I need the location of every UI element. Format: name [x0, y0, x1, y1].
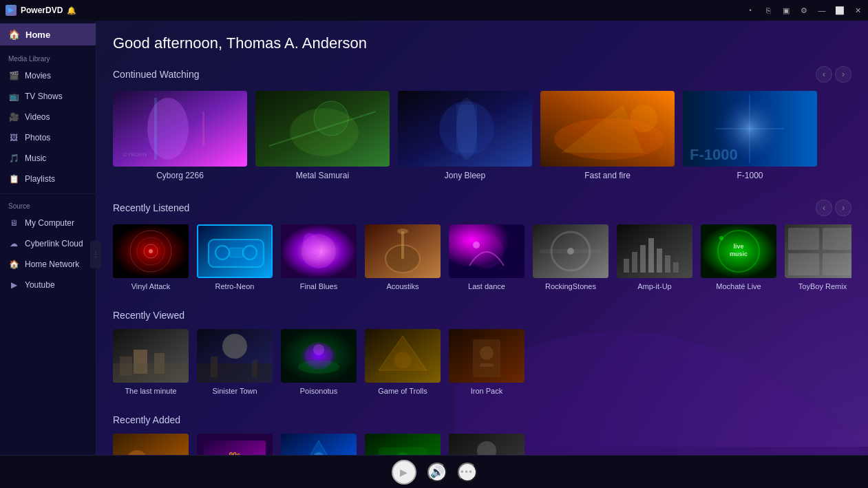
computer-icon: 🖥 [8, 218, 19, 229]
label-f1000: F-1000 [737, 171, 763, 180]
svg-rect-76 [197, 363, 273, 383]
thumb-finalblues [281, 224, 357, 278]
media-card-vinyl[interactable]: Vinyl Attack [113, 224, 189, 290]
label-metal: Metal Samurai [296, 171, 349, 180]
svg-point-59 [719, 236, 723, 240]
recently-listened-next[interactable]: › [835, 200, 851, 216]
sidebar-item-home-network[interactable]: 🏠 Home Network [0, 254, 96, 275]
music-icon: 🎵 [8, 153, 19, 164]
label-poison: Poisonotus [300, 387, 337, 395]
sidebar-item-tv-shows[interactable]: 📺 TV Shows [0, 86, 96, 107]
media-card-toyboy[interactable]: ToyBoy Remix [785, 224, 851, 290]
svg-point-82 [313, 344, 324, 355]
media-card-retro[interactable]: Retro-Neon [197, 224, 273, 290]
media-card-game[interactable]: Game of Trolls [365, 329, 441, 395]
sidebar-item-photos[interactable]: 🖼 Photos [0, 127, 96, 148]
media-card-fast[interactable]: Fast and fire [540, 91, 675, 180]
thumb-retro [197, 224, 273, 278]
svg-text:CYBORG: CYBORG [123, 151, 147, 158]
svg-rect-61 [788, 228, 819, 250]
continued-watching-next[interactable]: › [835, 66, 851, 83]
svg-rect-38 [401, 231, 404, 259]
media-card-iron[interactable]: Iron Pack [449, 329, 525, 395]
cloud-icon: ☁ [8, 238, 19, 249]
media-card-mochate[interactable]: live music Mochaté Live [701, 224, 776, 290]
photos-label: Photos [25, 133, 50, 142]
thumb-iron [449, 329, 525, 383]
continued-watching-header: Continued Watching ‹ › [113, 66, 851, 83]
recently-listened-section: Recently Listened ‹ › [113, 200, 851, 290]
more-button[interactable]: ••• [458, 463, 477, 482]
sidebar-item-music[interactable]: 🎵 Music [0, 148, 96, 169]
videos-label: Videos [25, 112, 50, 122]
svg-rect-3 [154, 98, 157, 160]
svg-point-42 [473, 242, 480, 248]
recently-added-header: Recently Added [113, 414, 851, 425]
svg-rect-4 [202, 112, 204, 146]
sidebar-item-movies[interactable]: 🎬 Movies [0, 65, 96, 86]
thumb-metal [255, 91, 390, 167]
settings-icon[interactable]: • [745, 6, 755, 15]
sidebar-collapse-button[interactable]: ⋮ [90, 241, 101, 268]
media-card-rocking[interactable]: RockingStones [533, 224, 608, 290]
svg-rect-62 [823, 228, 851, 250]
label-cyborg: Cyborg 2266 [156, 171, 204, 180]
label-toyboy: ToyBoy Remix [798, 282, 847, 290]
svg-rect-51 [648, 238, 654, 273]
thumb-acoustiks [365, 224, 441, 278]
play-button[interactable]: ▶ [392, 460, 416, 485]
home-label: Home [25, 30, 50, 40]
thumb-poison [281, 329, 357, 383]
volume-button[interactable]: 🔊 [427, 463, 447, 482]
media-card-f1000[interactable]: F-1000 F-1000 [683, 91, 817, 180]
media-card-poison[interactable]: Poisonotus [281, 329, 357, 395]
maximize-button[interactable]: ⬜ [835, 6, 845, 15]
media-card-acoustiks[interactable]: Acoustiks [365, 224, 441, 290]
recently-listened-nav: ‹ › [816, 200, 851, 216]
label-retro: Retro-Neon [215, 282, 255, 290]
media-card-ampit[interactable]: Amp-it-Up [617, 224, 692, 290]
thumb-game [365, 329, 441, 383]
sidebar: 🏠 Home Media Library 🎬 Movies 📺 TV Shows… [0, 21, 96, 488]
media-card-sinister[interactable]: Sinister Town [197, 329, 273, 395]
thumb-rocking [533, 224, 608, 278]
label-finalblues: Final Blues [300, 282, 337, 290]
thumb-jony [398, 91, 532, 167]
continued-watching-nav: ‹ › [816, 66, 851, 83]
minimize-button[interactable]: — [817, 6, 827, 15]
media-card-lastdance[interactable]: Last dance [449, 224, 525, 290]
close-button[interactable]: ✕ [853, 6, 862, 15]
recently-listened-prev[interactable]: ‹ [816, 200, 832, 216]
svg-rect-50 [640, 245, 646, 273]
home-network-label: Home Network [25, 259, 79, 269]
continued-watching-prev[interactable]: ‹ [816, 66, 832, 83]
window-controls: • ⎘ ▣ ⚙ — ⬜ ✕ [745, 6, 862, 15]
svg-text:F-1000: F-1000 [690, 146, 738, 163]
gear-icon[interactable]: ⚙ [799, 6, 809, 15]
continued-watching-section: Continued Watching ‹ › [113, 66, 851, 180]
sidebar-item-cyberlink-cloud[interactable]: ☁ Cyberlink Cloud [0, 233, 96, 254]
display-icon[interactable]: ▣ [781, 6, 791, 15]
label-mochate: Mochaté Live [716, 282, 761, 290]
sidebar-item-my-computer[interactable]: 🖥 My Computer [0, 213, 96, 233]
greeting: Good afternoon, Thomas A. Anderson [113, 34, 851, 52]
svg-point-86 [375, 368, 430, 379]
sidebar-item-videos[interactable]: 🎥 Videos [0, 107, 96, 127]
recently-viewed-header: Recently Viewed [113, 310, 851, 321]
svg-point-39 [397, 229, 408, 234]
svg-point-89 [480, 346, 494, 360]
content-area: Good afternoon, Thomas A. Anderson Conti… [96, 21, 868, 488]
media-card-lastminute[interactable]: The last minute [113, 329, 189, 395]
main-layout: 🏠 Home Media Library 🎬 Movies 📺 TV Shows… [0, 21, 868, 488]
media-card-metal[interactable]: Metal Samurai [255, 91, 390, 180]
sidebar-item-home[interactable]: 🏠 Home [0, 23, 96, 45]
media-card-jony[interactable]: Jony Bleep [398, 91, 532, 180]
svg-text:live: live [733, 243, 743, 250]
media-card-finalblues[interactable]: Final Blues [281, 224, 357, 290]
media-card-cyborg[interactable]: CYBORG Cyborg 2266 [113, 91, 247, 180]
sidebar-item-youtube[interactable]: ▶ Youtube [0, 275, 96, 295]
sidebar-item-playlists[interactable]: 📋 Playlists [0, 169, 96, 189]
share-icon[interactable]: ⎘ [763, 6, 773, 15]
label-rocking: RockingStones [545, 282, 596, 290]
movies-label: Movies [25, 71, 51, 81]
